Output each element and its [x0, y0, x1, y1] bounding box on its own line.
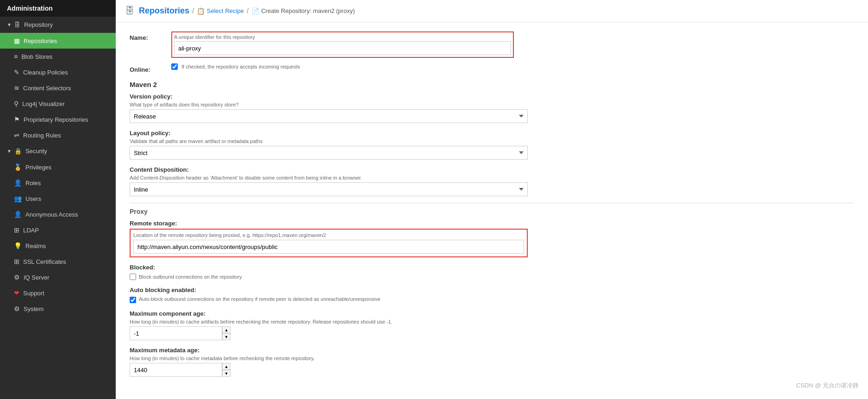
online-wrap: If checked, the repository accepts incom…	[171, 63, 569, 70]
max-component-age-hint: How long (in minutes) to cache artifacts…	[130, 319, 854, 324]
content-disposition-label: Content Disposition:	[130, 166, 854, 173]
auto-blocking-checkbox[interactable]	[130, 297, 136, 303]
sidebar-item-iq-server[interactable]: ⚙ IQ Server	[0, 269, 116, 285]
security-section-icon: 🔒	[14, 148, 22, 155]
sidebar-item-anonymous-access[interactable]: 👤 Anonymous Access	[0, 206, 116, 222]
ssl-icon: ⊞	[14, 258, 19, 265]
ldap-icon: ⊞	[14, 226, 19, 234]
max-component-age-up[interactable]: ▲	[222, 326, 231, 333]
support-label: Support	[23, 290, 44, 297]
sidebar-item-cleanup-policies[interactable]: ✎ Cleanup Policies	[0, 64, 116, 80]
routing-label: Routing Rules	[23, 132, 61, 139]
online-checkbox[interactable]	[171, 63, 178, 70]
proprietary-icon: ⚑	[14, 116, 20, 123]
repositories-icon: ▦	[14, 37, 20, 44]
ldap-label: LDAP	[23, 227, 39, 234]
max-component-age-down[interactable]: ▼	[222, 333, 231, 340]
max-component-age-spinners: ▲ ▼	[222, 326, 231, 340]
max-metadata-age-label: Maximum metadata age:	[130, 347, 854, 354]
sidebar: Administration ▼ 🗄 Repository ▦ Reposito…	[0, 0, 116, 399]
sidebar-item-realms[interactable]: 💡 Realms	[0, 238, 116, 254]
content-selectors-icon: ≋	[14, 84, 19, 92]
max-metadata-age-down[interactable]: ▼	[222, 370, 231, 377]
iq-icon: ⚙	[14, 274, 20, 281]
sidebar-item-roles[interactable]: 👤 Roles	[0, 175, 116, 191]
name-row: Name: A unique identifier for this repos…	[130, 31, 854, 58]
sidebar-item-support[interactable]: ❤ Support	[0, 285, 116, 301]
version-policy-label: Version policy:	[130, 93, 854, 100]
proxy-section: Proxy Remote storage: Location of the re…	[130, 203, 854, 377]
breadcrumb-select-recipe[interactable]: 📋 Select Recipe	[197, 7, 244, 15]
sidebar-item-routing-rules[interactable]: ⇌ Routing Rules	[0, 127, 116, 143]
log4j-icon: ⚲	[14, 100, 19, 107]
sidebar-item-blob-stores[interactable]: ≡ Blob Stores	[0, 49, 116, 64]
name-input[interactable]	[174, 41, 511, 55]
layout-policy-label: Layout policy:	[130, 130, 854, 137]
main-content: 🗄 Repositories / 📋 Select Recipe / 📄 Cre…	[116, 0, 868, 399]
cleanup-icon: ✎	[14, 69, 19, 76]
breadcrumb-create-repo: 📄 Create Repository: maven2 (proxy)	[251, 7, 355, 15]
realms-icon: 💡	[14, 242, 22, 249]
remote-storage-input[interactable]	[133, 240, 524, 254]
version-policy-select[interactable]: Release Snapshot Mixed	[130, 109, 528, 123]
max-component-age-input[interactable]	[130, 326, 222, 340]
breadcrumb-repo-icon: 🗄	[125, 6, 134, 16]
maven2-section-title: Maven 2	[130, 81, 854, 88]
content-disposition-hint: Add Content-Disposition header as 'Attac…	[130, 175, 854, 181]
sidebar-item-content-selectors[interactable]: ≋ Content Selectors	[0, 80, 116, 96]
sidebar-item-repositories[interactable]: ▦ Repositories	[0, 33, 116, 49]
routing-icon: ⇌	[14, 131, 19, 139]
blob-stores-label: Blob Stores	[21, 53, 52, 60]
roles-icon: 👤	[14, 179, 22, 187]
max-metadata-age-input[interactable]	[130, 363, 222, 377]
max-metadata-age-up[interactable]: ▲	[222, 363, 231, 370]
sidebar-section-security[interactable]: ▼ 🔒 Security	[0, 143, 116, 159]
breadcrumb-title[interactable]: Repositories	[139, 6, 189, 16]
sidebar-item-log4j[interactable]: ⚲ Log4j Visualizer	[0, 96, 116, 112]
sidebar-item-proprietary-repos[interactable]: ⚑ Proprietary Repositories	[0, 112, 116, 127]
layout-policy-group: Layout policy: Validate that all paths a…	[130, 130, 854, 160]
blocked-group: Blocked: Block outbound connections on t…	[130, 264, 854, 280]
proprietary-label: Proprietary Repositories	[24, 116, 88, 123]
auto-blocking-label: Auto blocking enabled:	[130, 287, 854, 293]
name-hint: A unique identifier for this repository	[174, 34, 511, 40]
privileges-icon: 🏅	[14, 163, 22, 171]
form-area: Name: A unique identifier for this repos…	[116, 22, 868, 399]
repositories-label: Repositories	[24, 37, 57, 44]
security-section-label: Security	[25, 148, 47, 155]
create-repo-icon: 📄	[251, 7, 259, 15]
blocked-checkbox[interactable]	[130, 274, 136, 280]
anonymous-icon: 👤	[14, 211, 22, 218]
name-label: Name:	[130, 31, 167, 41]
blocked-hint: Block outbound connections on the reposi…	[139, 274, 242, 280]
remote-storage-hint: Location of the remote repository being …	[133, 232, 524, 238]
sidebar-item-privileges[interactable]: 🏅 Privileges	[0, 159, 116, 175]
online-label: Online:	[130, 63, 167, 73]
anonymous-label: Anonymous Access	[25, 211, 78, 218]
system-label: System	[24, 305, 44, 312]
repository-section-label: Repository	[24, 21, 53, 28]
layout-policy-select[interactable]: Strict Permissive	[130, 146, 528, 160]
sidebar-item-users[interactable]: 👥 Users	[0, 191, 116, 206]
online-row: Online: If checked, the repository accep…	[130, 63, 854, 73]
cleanup-label: Cleanup Policies	[23, 69, 68, 76]
sidebar-section-repository[interactable]: ▼ 🗄 Repository	[0, 17, 116, 33]
sidebar-item-ldap[interactable]: ⊞ LDAP	[0, 222, 116, 238]
version-policy-hint: What type of artifacts does this reposit…	[130, 102, 854, 107]
version-policy-group: Version policy: What type of artifacts d…	[130, 93, 854, 123]
content-disposition-select[interactable]: Inline Attachment	[130, 182, 528, 196]
max-metadata-age-wrap: ▲ ▼	[130, 363, 854, 377]
max-metadata-age-hint: How long (in minutes) to cache metadata …	[130, 355, 854, 361]
support-icon: ❤	[14, 289, 19, 297]
select-recipe-label: Select Recipe	[206, 7, 244, 14]
max-component-age-label: Maximum component age:	[130, 310, 854, 317]
system-icon: ⚙	[14, 305, 20, 312]
remote-storage-label: Remote storage:	[130, 220, 854, 227]
roles-label: Roles	[25, 180, 41, 187]
sidebar-item-ssl-certs[interactable]: ⊞ SSL Certificates	[0, 254, 116, 269]
content-selectors-label: Content Selectors	[23, 85, 71, 92]
auto-blocking-group: Auto blocking enabled: Auto-block outbou…	[130, 287, 854, 304]
layout-policy-hint: Validate that all paths are maven artifa…	[130, 138, 854, 144]
privileges-label: Privileges	[25, 164, 51, 171]
sidebar-item-system[interactable]: ⚙ System	[0, 301, 116, 317]
